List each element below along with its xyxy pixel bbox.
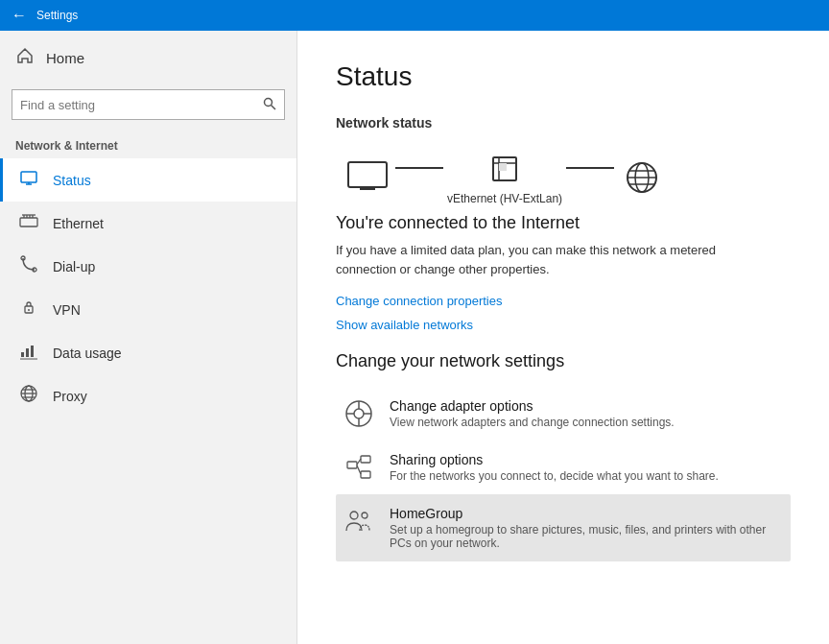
svg-point-37 [354,409,364,418]
svg-rect-16 [26,348,29,357]
title-bar: ← Settings [0,0,829,31]
sidebar-item-status-label: Status [53,173,91,188]
vpn-icon [18,298,39,322]
svg-point-47 [350,512,358,519]
svg-line-46 [357,465,361,474]
svg-rect-24 [348,162,387,187]
sharing-text: Sharing options For the networks you con… [390,452,719,483]
show-networks-link[interactable]: Show available networks [336,318,791,332]
svg-rect-43 [361,456,370,463]
sidebar-item-status[interactable]: Status [0,158,296,202]
homegroup-title: HomeGroup [390,506,783,521]
page-title: Status [336,61,791,92]
switch-icon: vEthernet (HV-ExtLan) [447,150,562,205]
sharing-desc: For the networks you connect to, decide … [390,469,719,483]
connected-title: You're connected to the Internet [336,213,791,233]
svg-point-14 [28,309,30,311]
adapter-title: Change adapter options [390,398,675,414]
computer-icon [343,158,391,197]
datausage-icon [18,341,39,365]
svg-rect-42 [347,462,357,468]
network-diagram: vEthernet (HV-ExtLan) [336,150,791,205]
change-connection-link[interactable]: Change connection properties [336,294,791,308]
sidebar-item-home[interactable]: Home [0,31,296,85]
search-box[interactable] [12,89,285,120]
home-icon [15,46,35,70]
network-label: vEthernet (HV-ExtLan) [447,192,562,205]
homegroup-text: HomeGroup Set up a homegroup to share pi… [390,506,783,550]
sidebar-section-label: Network & Internet [0,131,296,158]
svg-rect-15 [21,352,24,357]
sidebar-item-ethernet[interactable]: Ethernet [0,202,296,245]
svg-rect-30 [499,163,507,171]
setting-item-homegroup[interactable]: HomeGroup Set up a homegroup to share pi… [336,494,791,561]
sidebar: Home Network & Internet St [0,31,297,644]
sidebar-item-datausage[interactable]: Data usage [0,331,296,374]
search-icon [255,97,284,113]
adapter-text: Change adapter options View network adap… [390,398,675,429]
homegroup-icon [343,506,374,537]
network-status-heading: Network status [336,115,791,131]
search-input[interactable] [12,98,255,112]
svg-point-0 [265,98,272,106]
svg-rect-2 [21,172,36,182]
window-title: Settings [36,9,78,22]
net-line-2 [566,167,614,169]
homegroup-desc: Set up a homegroup to share pictures, mu… [390,523,783,550]
connected-desc: If you have a limited data plan, you can… [336,241,777,278]
adapter-desc: View network adapters and change connect… [390,416,675,429]
content-area: Status Network status [297,31,829,644]
adapter-icon [343,398,374,429]
back-button[interactable]: ← [12,7,27,24]
sidebar-item-ethernet-label: Ethernet [53,216,104,231]
status-icon [18,168,39,192]
svg-line-1 [272,105,276,109]
sidebar-item-datausage-label: Data usage [53,346,122,361]
sidebar-item-dialup-label: Dial-up [53,259,95,274]
svg-rect-17 [31,346,34,357]
dialup-icon [18,254,39,278]
ethernet-icon [18,211,39,235]
sidebar-item-proxy[interactable]: Proxy [0,374,296,417]
net-line-1 [395,167,443,169]
sidebar-item-dialup[interactable]: Dial-up [0,245,296,288]
sidebar-item-vpn[interactable]: VPN [0,288,296,331]
sharing-icon [343,452,374,483]
globe-icon [618,158,666,197]
change-network-heading: Change your network settings [336,351,791,371]
svg-point-48 [362,513,367,518]
setting-item-adapter[interactable]: Change adapter options View network adap… [336,387,791,441]
svg-rect-5 [20,218,37,227]
proxy-icon [18,384,39,408]
svg-rect-44 [361,471,370,478]
sidebar-item-vpn-label: VPN [53,302,81,318]
setting-item-sharing[interactable]: Sharing options For the networks you con… [336,441,791,494]
sharing-title: Sharing options [390,452,719,467]
sidebar-item-proxy-label: Proxy [53,389,87,404]
home-label: Home [46,50,84,66]
main-layout: Home Network & Internet St [0,31,829,644]
